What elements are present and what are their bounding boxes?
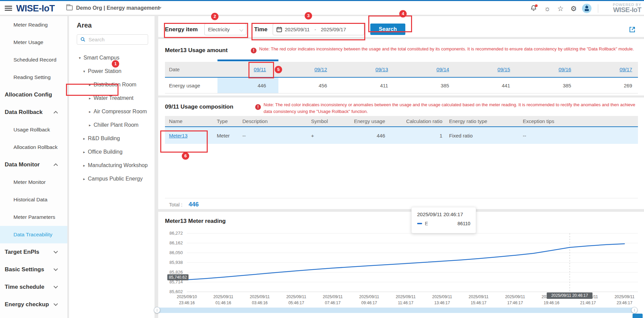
notification-bell-icon[interactable]: [529, 4, 538, 13]
sidebar-item-meter-usage[interactable]: Meter Usage: [0, 34, 67, 51]
tree-node-r-d-building[interactable]: ▸R&D Building: [69, 132, 155, 145]
area-panel-title: Area: [77, 22, 92, 29]
composition-cell: +: [310, 133, 350, 138]
usage-table-header-row: Date09/1109/1209/1309/1409/1509/1609/17: [165, 62, 638, 78]
date-link-09-16[interactable]: 09/16: [558, 67, 571, 72]
caret-collapsed-icon[interactable]: ▸: [88, 83, 92, 87]
favorite-star-icon[interactable]: ☆: [556, 4, 565, 13]
y-axis-pointer-tag: 85,740.62: [167, 274, 189, 280]
date-range-picker[interactable]: 2025/09/11 - 2025/09/17: [273, 24, 364, 35]
tree-node-office-building[interactable]: ▸Office Building: [69, 145, 155, 159]
y-axis-tick-label: 86,272: [158, 231, 183, 236]
tree-node-campus-public-energy[interactable]: ▸Campus Public Energy: [69, 172, 155, 186]
date-link-09-14[interactable]: 09/14: [437, 67, 449, 72]
caret-expanded-icon[interactable]: ▾: [82, 69, 87, 74]
sidebar-item-historical-data[interactable]: Historical Data: [0, 191, 67, 208]
usage-value-cell: 411: [333, 83, 394, 88]
sidebar-item-allocation-config[interactable]: Allocation Config: [0, 86, 67, 104]
y-axis-tick-label: 86,050: [158, 250, 183, 255]
tooltip-timestamp: 2025/09/11 20:46:17: [417, 211, 470, 217]
caret-collapsed-icon[interactable]: ▸: [88, 110, 92, 114]
datazoom-right-handle[interactable]: [631, 307, 638, 313]
caret-collapsed-icon[interactable]: ▸: [82, 150, 87, 154]
annotation-badge-4: 4: [399, 10, 407, 17]
annotation-badge-3: 3: [305, 12, 312, 19]
usage-value-cell: 385: [394, 83, 455, 88]
chart-datazoom-slider[interactable]: [154, 308, 637, 313]
usage-table: Date09/1109/1209/1309/1409/1509/1609/17 …: [165, 62, 638, 93]
x-axis-tick-label: 2025/09/1109:46:17: [353, 294, 385, 306]
energy-item-select[interactable]: Electricity: [204, 24, 246, 35]
composition-cell[interactable]: Meter13: [165, 133, 215, 138]
tree-node-water-treatment[interactable]: ▸Water Treatment: [69, 91, 155, 105]
y-axis-tick-label: 85,938: [158, 260, 183, 265]
composition-header-exception-tips: Exception tips: [519, 118, 638, 124]
tree-node-air-compressor-room[interactable]: ▸Air Compressor Room: [69, 105, 155, 118]
caret-collapsed-icon[interactable]: ▸: [82, 163, 87, 168]
tree-node-power-station[interactable]: ▾Power Station: [69, 65, 155, 78]
sidebar-item-data-traceability[interactable]: Data Traceability: [0, 226, 67, 243]
sidebar-item-time-schedule[interactable]: Time schedule: [0, 278, 67, 296]
tree-node-label: Manufacturing Workshop: [88, 162, 148, 168]
sidebar-item-meter-reading[interactable]: Meter Reading: [0, 16, 67, 34]
composition-header-type: Type: [215, 118, 241, 124]
sidebar-item-reading-setting[interactable]: Reading Setting: [0, 69, 67, 86]
sidebar-item-meter-parameters[interactable]: Meter Parameters: [0, 208, 67, 226]
sidebar-item-label: Energy checkup: [5, 301, 49, 308]
sidebar-item-label: Time schedule: [5, 284, 44, 290]
sidebar-item-energy-checkup[interactable]: Energy checkup: [0, 296, 67, 313]
total-divider: [165, 198, 638, 198]
user-avatar[interactable]: [582, 4, 591, 13]
usage-section-title: Meter13 Usage amount: [165, 47, 228, 54]
caret-collapsed-icon[interactable]: ▸: [82, 177, 87, 181]
hamburger-menu-icon[interactable]: [5, 6, 12, 11]
meter-name-link[interactable]: Meter13: [169, 133, 188, 138]
search-button[interactable]: Search: [370, 24, 405, 35]
caret-collapsed-icon[interactable]: ▸: [82, 136, 87, 141]
tree-node-chiller-plant-room[interactable]: ▸Chiller Plant Room: [69, 118, 155, 132]
sidebar-item-scheduled-record[interactable]: Scheduled Record: [0, 51, 67, 69]
date-link-09-15[interactable]: 09/15: [498, 67, 510, 72]
caret-collapsed-icon[interactable]: ▸: [88, 123, 92, 127]
area-search-input[interactable]: Search: [77, 34, 148, 45]
tree-node-manufacturing-workshop[interactable]: ▸Manufacturing Workshop: [69, 159, 155, 172]
chevron-down-icon: [54, 284, 58, 288]
x-axis-tick-label: 2025/09/1115:46:17: [463, 294, 495, 306]
sidebar-item-data-rollback[interactable]: Data Rollback: [0, 104, 67, 121]
sidebar-item-basic-settings[interactable]: Basic Settings: [0, 261, 67, 278]
datazoom-left-handle[interactable]: [154, 307, 160, 313]
org-context-switcher[interactable]: Demo Org | Energy management: [76, 5, 160, 11]
date-link-09-17[interactable]: 09/17: [619, 67, 632, 72]
settings-gear-icon[interactable]: ⚙: [569, 4, 578, 13]
sidebar-nav: Meter ReadingMeter UsageScheduled Record…: [0, 16, 67, 318]
x-axis-tick-label: 2025/09/1107:46:17: [316, 294, 349, 306]
composition-table: NameTypeDescriptionSymbolEnergy usageCal…: [165, 116, 638, 144]
composition-cell: Meter: [215, 133, 241, 138]
sidebar-item-label: Data Monitor: [5, 161, 40, 168]
corner-scroll-button[interactable]: [633, 314, 643, 318]
caret-collapsed-icon[interactable]: ▸: [88, 96, 92, 101]
date-link-09-11[interactable]: 09/11: [254, 67, 266, 72]
y-axis-tick-label: 85,826: [158, 270, 183, 275]
sidebar-item-allocation-rollback[interactable]: Allocation Rollback: [0, 138, 67, 156]
sidebar-item-data-monitor[interactable]: Data Monitor: [0, 156, 67, 173]
sidebar-item-usage-rollback[interactable]: Usage Rollback: [0, 121, 67, 138]
sidebar-item-label: Basic Settings: [5, 266, 44, 273]
open-external-icon[interactable]: [629, 26, 636, 33]
sidebar-item-target-enpis[interactable]: Target EnPIs: [0, 243, 67, 261]
annotation-badge-1: 1: [112, 60, 119, 68]
tree-node-label: Chiller Plant Room: [94, 122, 138, 128]
sidebar-item-meter-monitor[interactable]: Meter Monitor: [0, 173, 67, 191]
caret-expanded-icon[interactable]: ▾: [77, 56, 82, 60]
usage-value-cell: 269: [577, 83, 638, 88]
tree-node-distribution-room[interactable]: ▸Distribution Room: [69, 78, 155, 91]
composition-header-energy-usage: Energy usage: [350, 118, 386, 124]
brightness-icon[interactable]: ☼: [543, 4, 552, 13]
usage-table-value-row: Energy usage446456411385441385269: [165, 78, 638, 93]
date-link-09-12[interactable]: 09/12: [314, 67, 327, 72]
date-link-09-13[interactable]: 09/13: [375, 67, 388, 72]
y-axis-tick-label: 85,602: [158, 289, 183, 294]
date-end-value: 2025/09/17: [321, 27, 346, 32]
annotation-badge-5: 5: [275, 66, 282, 73]
org-caret-icon: [158, 7, 162, 9]
